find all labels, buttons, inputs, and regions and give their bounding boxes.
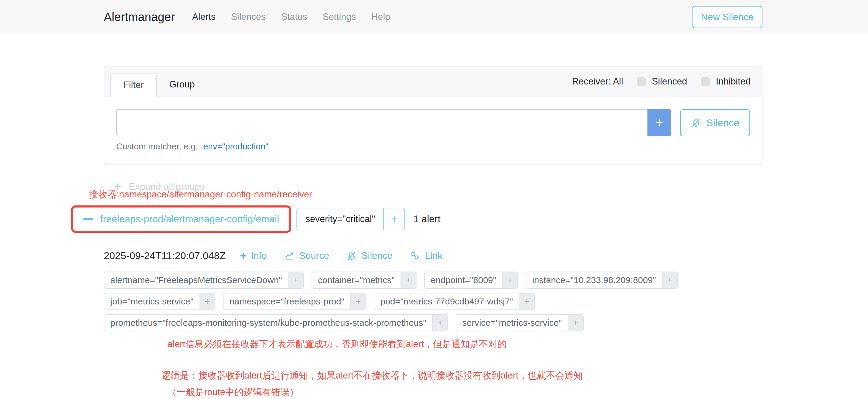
annotation-highlight-box: freeleaps-prod/alertmanager-config/email (71, 206, 291, 233)
alert-silence-label: Silence (361, 250, 393, 261)
tab-filter[interactable]: Filter (110, 73, 157, 97)
matcher-hint: Custom matcher, e.g. env="production" (116, 142, 750, 151)
nav-link-settings[interactable]: Settings (322, 11, 356, 22)
alert-labels: alertname="FreeleapsMetricsServiceDown"+… (104, 272, 763, 331)
label-add-filter-button[interactable]: + (502, 272, 518, 288)
matcher-input-group: + (116, 109, 671, 136)
receiver-group-name: freeleaps-prod/alertmanager-config/email (100, 213, 279, 225)
bell-slash-icon (346, 250, 357, 261)
alert-label-row: alertname="FreeleapsMetricsServiceDown"+… (104, 272, 763, 289)
label-text: container="metrics" (312, 272, 401, 288)
alert-label-tag: instance="10.233.98.209:8009"+ (526, 272, 678, 289)
matcher-input[interactable] (116, 109, 647, 136)
hint-text: Custom matcher, e.g. (116, 142, 198, 151)
alert-label-tag: namespace="freeleaps-prod"+ (223, 293, 366, 310)
nav-links: Alerts Silences Status Settings Help (192, 11, 390, 22)
alert-label-tag: job="metrics-service"+ (104, 293, 215, 310)
label-add-filter-button[interactable]: + (401, 272, 416, 288)
checkbox-icon[interactable] (637, 77, 646, 86)
bell-slash-icon (691, 117, 702, 128)
alert-label-tag: alertname="FreeleapsMetricsServiceDown"+ (104, 272, 304, 289)
filter-header-controls: Receiver: All Silenced Inhibited (572, 66, 751, 97)
label-add-filter-button[interactable]: + (432, 315, 447, 331)
label-text: alertname="FreeleapsMetricsServiceDown" (104, 272, 288, 288)
main-content: Filter Group Receiver: All Silenced Inhi… (104, 66, 763, 398)
nav-link-help[interactable]: Help (371, 11, 390, 22)
add-matcher-button[interactable]: + (647, 109, 671, 136)
alert-label-tag: endpoint="8009"+ (424, 272, 518, 289)
alert-link-label: Link (425, 250, 442, 261)
severity-add-filter-button[interactable]: + (383, 208, 404, 230)
severity-filter-group: severity="critical" + (297, 208, 405, 230)
alert-label-tag: pod="metrics-77d9cdb497-wdsj7"+ (374, 293, 535, 310)
alert-header-row: 2025-09-24T11:20:07.048Z + Info Source S… (104, 250, 763, 262)
link-chain-icon (410, 250, 421, 261)
silence-filter-label: Silence (706, 117, 739, 129)
minus-icon (83, 218, 93, 220)
label-add-filter-button[interactable]: + (519, 294, 534, 309)
inhibited-checkbox-label: Inhibited (716, 76, 751, 87)
label-add-filter-button[interactable]: + (288, 272, 303, 288)
silence-filter-button[interactable]: Silence (680, 109, 750, 136)
inhibited-checkbox[interactable]: Inhibited (701, 76, 751, 87)
alert-timestamp: 2025-09-24T11:20:07.048Z (104, 250, 226, 262)
app-brand[interactable]: Alertmanager (104, 10, 175, 24)
tab-group[interactable]: Group (157, 73, 207, 97)
filter-card-body: + Silence Custom matcher, e.g. env="prod… (104, 97, 762, 164)
label-text: instance="10.233.98.209:8009" (526, 272, 662, 288)
annotation-alert-note: alert信息必须在接收器下才表示配置成功，否则即使能看到alert，但是通知是… (167, 338, 763, 350)
new-silence-button[interactable]: New Silence (692, 6, 763, 28)
alert-source-button[interactable]: Source (284, 250, 329, 261)
matcher-row: + Silence (116, 109, 750, 136)
label-add-filter-button[interactable]: + (350, 294, 366, 309)
filter-card: Filter Group Receiver: All Silenced Inhi… (104, 66, 763, 165)
alert-count: 1 alert (413, 213, 440, 225)
nav-link-alerts[interactable]: Alerts (192, 11, 216, 22)
label-text: pod="metrics-77d9cdb497-wdsj7" (374, 294, 519, 309)
alert-info-label: Info (251, 250, 267, 261)
nav-link-status[interactable]: Status (281, 11, 307, 22)
silenced-checkbox[interactable]: Silenced (637, 76, 687, 87)
annotation-receiver-note: 接收器:namespace/altermanager-config-name/r… (89, 188, 763, 201)
label-text: endpoint="8009" (425, 272, 502, 288)
plus-icon: + (240, 250, 246, 262)
alert-link-button[interactable]: Link (410, 250, 442, 261)
label-text: namespace="freeleaps-prod" (223, 294, 350, 309)
checkbox-icon[interactable] (701, 77, 710, 86)
alert-label-row: job="metrics-service"+namespace="freelea… (104, 293, 763, 310)
annotation-logic-note: 逻辑是：接收器收到alert后进行通知，如果alert不在接收器下，说明接收器没… (161, 369, 763, 382)
receiver-filter-label[interactable]: Receiver: All (572, 76, 623, 87)
label-text: service="metrics-service" (456, 315, 568, 331)
top-navbar: Alertmanager Alerts Silences Status Sett… (0, 0, 868, 34)
collapse-group-button[interactable]: freeleaps-prod/alertmanager-config/email (75, 209, 287, 229)
chart-icon (284, 250, 295, 261)
alert-label-tag: container="metrics"+ (312, 272, 416, 289)
silenced-checkbox-label: Silenced (652, 76, 687, 87)
alert-silence-button[interactable]: Silence (346, 250, 393, 261)
filter-card-header: Filter Group Receiver: All Silenced Inhi… (104, 66, 762, 97)
annotation-logic-note-2: （一般是route中的逻辑有错误） (167, 386, 763, 398)
label-add-filter-button[interactable]: + (568, 315, 583, 331)
receiver-group-row: freeleaps-prod/alertmanager-config/email… (71, 206, 763, 233)
hint-example-link[interactable]: env="production" (204, 142, 269, 151)
label-text: prometheus="freeleaps-monitoring-system/… (104, 315, 432, 331)
alert-source-label: Source (299, 250, 329, 261)
alert-label-tag: prometheus="freeleaps-monitoring-system/… (104, 314, 448, 331)
label-add-filter-button[interactable]: + (662, 272, 677, 288)
label-text: job="metrics-service" (104, 294, 199, 309)
alert-label-tag: service="metrics-service"+ (456, 314, 583, 331)
severity-filter-label: severity="critical" (297, 208, 383, 230)
nav-link-silences[interactable]: Silences (231, 11, 266, 22)
alert-label-row: prometheus="freeleaps-monitoring-system/… (104, 314, 763, 331)
alert-info-button[interactable]: + Info (240, 250, 267, 262)
label-add-filter-button[interactable]: + (199, 294, 215, 309)
